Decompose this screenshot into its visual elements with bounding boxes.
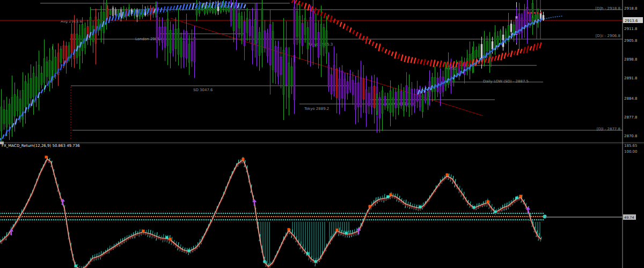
trough-marker[interactable]: [387, 196, 390, 198]
trough-marker[interactable]: [345, 232, 348, 235]
band-dot-orange: [499, 216, 500, 218]
band-dot-cyan: [500, 213, 501, 214]
trough-marker[interactable]: [188, 250, 191, 252]
band-dot-orange: [331, 216, 333, 218]
band-border-dot: [163, 211, 164, 212]
band-dot-orange: [290, 216, 292, 218]
band-dot-orange: [170, 216, 172, 218]
band-dot-orange: [95, 216, 97, 218]
band-dot-cyan: [272, 213, 274, 214]
ma-ribbon-tick: [61, 64, 62, 70]
band-border-dot: [279, 221, 280, 222]
chart-window[interactable]: [D]h - 2918.8London 2905.0MA50Daily LOW …: [0, 0, 644, 268]
band-border-dot: [319, 211, 320, 212]
band-dot-cyan: [294, 213, 295, 214]
band-border-dot: [279, 211, 280, 212]
trough-marker[interactable]: [75, 265, 77, 267]
band-dot-orange: [22, 216, 24, 218]
trough-marker[interactable]: [264, 260, 266, 263]
peak-marker[interactable]: [487, 200, 489, 203]
band-dot-cyan: [474, 219, 475, 221]
band-border-dot: [85, 211, 86, 212]
band-dot-cyan: [513, 219, 514, 221]
band-border-dot: [152, 221, 153, 222]
band-dot-cyan: [216, 213, 218, 214]
peak-marker[interactable]: [336, 229, 339, 232]
band-dot-cyan: [360, 213, 362, 214]
chart-canvas[interactable]: [D]h - 2918.8London 2905.0MA50Daily LOW …: [0, 0, 644, 268]
peak-marker[interactable]: [142, 230, 145, 233]
band-dot-cyan: [49, 219, 50, 221]
band-border-dot: [515, 221, 516, 222]
band-dot-cyan: [85, 213, 87, 214]
peak-marker[interactable]: [45, 156, 48, 159]
band-border-dot: [236, 211, 237, 212]
band-dot-cyan: [259, 219, 261, 221]
candle: [328, 65, 330, 87]
band-border-dot: [482, 211, 484, 212]
candle: [249, 20, 251, 36]
band-dot-cyan: [98, 213, 100, 214]
ma-ribbon-tick: [340, 22, 342, 27]
price-axis[interactable]: 2918.82911.82905.82898.82891.82884.82877…: [623, 0, 643, 268]
ma-ribbon-tick: [537, 43, 538, 50]
band-dot-orange: [258, 216, 260, 218]
candle: [529, 13, 531, 21]
trough-marker[interactable]: [494, 211, 497, 213]
peak-marker[interactable]: [169, 238, 172, 241]
band-dot-cyan: [482, 219, 484, 221]
band-border-dot: [107, 211, 108, 212]
indicator-panel[interactable]: [0, 156, 623, 268]
band-dot-orange: [488, 216, 489, 218]
band-dot-cyan: [442, 213, 443, 214]
band-dot-orange: [232, 216, 234, 218]
ma-ribbon-tick: [292, 0, 294, 3]
band-dot-cyan: [182, 213, 184, 214]
band-dot-cyan: [109, 213, 111, 214]
trough-marker[interactable]: [419, 206, 422, 209]
trough-marker[interactable]: [516, 197, 518, 199]
panel-separator[interactable]: [0, 142, 644, 144]
candle: [425, 92, 426, 101]
band-dot-cyan: [345, 213, 347, 214]
band-dot-cyan: [148, 213, 149, 214]
band-dot-orange: [413, 216, 414, 218]
band-dot-cyan: [122, 219, 123, 221]
band-dot-orange: [449, 216, 451, 218]
band-dot-cyan: [315, 213, 317, 214]
trough-marker[interactable]: [473, 206, 475, 209]
band-border-dot: [338, 211, 339, 212]
band-border-dot: [405, 221, 406, 222]
band-dot-orange: [121, 216, 122, 218]
band-border-dot: [485, 211, 486, 212]
band-border-dot: [332, 211, 333, 212]
band-dot-orange: [380, 216, 382, 218]
peak-marker[interactable]: [446, 174, 449, 176]
band-dot-orange: [308, 216, 309, 218]
peak-marker[interactable]: [369, 205, 371, 208]
band-dot-cyan: [42, 213, 44, 214]
band-dot-orange: [314, 216, 316, 218]
band-dot-orange: [494, 216, 496, 218]
peak-marker[interactable]: [519, 195, 522, 198]
band-dot-orange: [398, 216, 399, 218]
indicator-axis[interactable]: 185.65100.0049.74: [623, 144, 638, 220]
band-border-dot: [531, 211, 532, 212]
band-dot-orange: [490, 216, 492, 218]
trough-marker[interactable]: [166, 236, 169, 239]
band-border-dot: [252, 221, 253, 222]
peak-marker[interactable]: [288, 228, 290, 231]
band-dot-orange: [149, 216, 150, 218]
axis-price-label: 2918.8: [624, 6, 638, 11]
band-dot-cyan: [143, 213, 145, 214]
price-panel[interactable]: [D]h - 2918.8London 2905.0MA50Daily LOW …: [0, 0, 623, 144]
band-dot-cyan: [369, 213, 370, 214]
band-dot-orange: [271, 216, 273, 218]
band-border-dot: [461, 211, 462, 212]
peak-marker[interactable]: [390, 193, 392, 196]
band-dot-cyan: [236, 213, 237, 214]
peak-marker[interactable]: [242, 158, 245, 161]
trough-marker[interactable]: [314, 260, 317, 263]
trough-marker[interactable]: [306, 252, 309, 255]
band-dot-cyan: [373, 213, 375, 214]
